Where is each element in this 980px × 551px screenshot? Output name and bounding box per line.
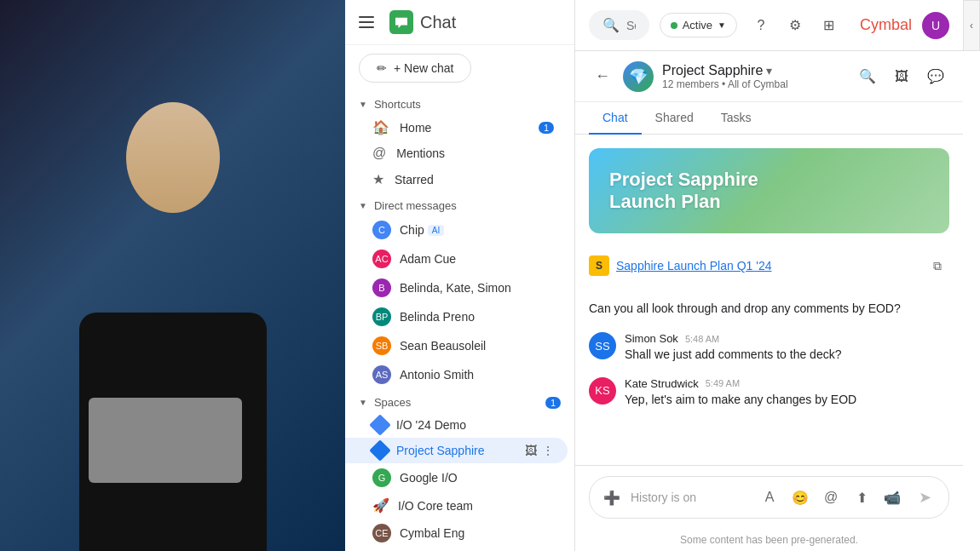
sidebar-item-antonio-smith[interactable]: AS Antonio Smith [345, 360, 568, 389]
format-icon: A [765, 490, 775, 505]
channel-dropdown-icon[interactable]: ▾ [766, 64, 772, 77]
format-icon-button[interactable]: A [758, 485, 781, 509]
messages-area: Project SapphireLaunch Plan S Sapphire L… [575, 135, 963, 465]
mentions-label: Mentions [396, 146, 445, 160]
antonio-smith-avatar: AS [372, 365, 391, 384]
adam-cue-label: Adam Cue [400, 252, 456, 266]
top-icons: ? ⚙ ⊞ [747, 12, 843, 39]
sidebar-item-belinda-preno[interactable]: BP Belinda Preno [345, 302, 568, 331]
pre-generated-note: Some content has been pre-generated. [575, 529, 963, 551]
sidebar-item-belinda-kate-simon[interactable]: B Belinda, Kate, Simon [345, 273, 568, 302]
shortcuts-section-header[interactable]: ▼ Shortcuts [345, 91, 574, 114]
project-sapphire-actions: 🖼 ⋮ [525, 444, 554, 457]
kate-time: 5:49 AM [706, 378, 740, 388]
add-icon-button[interactable]: ➕ [600, 485, 624, 509]
video-icon-button[interactable]: 📹 [880, 485, 904, 509]
ai-badge: AI [428, 225, 444, 236]
mention-icon-button[interactable]: @ [819, 485, 843, 509]
doc-link-text[interactable]: Sapphire Launch Plan Q1 '24 [616, 259, 771, 273]
collapse-toggle[interactable]: ‹ [963, 0, 980, 51]
new-chat-button[interactable]: ✏ + New chat [359, 54, 471, 83]
chat-logo-icon [389, 10, 413, 34]
status-label: Active [683, 19, 712, 32]
send-button[interactable]: ➤ [911, 484, 938, 511]
io-core-team-label: I/O Core team [398, 499, 473, 513]
apps-button[interactable]: ⊞ [816, 12, 843, 39]
tabs: Chat Shared Tasks [575, 102, 963, 135]
sapphire-more-icon[interactable]: ⋮ [542, 444, 554, 457]
tab-shared-label: Shared [655, 111, 694, 124]
sidebar-item-water-cooler[interactable]: W Water Cooler [345, 548, 568, 551]
google-io-label: Google I/O [400, 471, 458, 485]
menu-icon[interactable] [359, 12, 379, 32]
pre-generated-text: Some content has been pre-generated. [680, 534, 858, 546]
brand-logo: Cymbal [860, 16, 912, 34]
sidebar-item-starred[interactable]: ★ Starred [345, 166, 568, 192]
back-button[interactable]: ← [589, 63, 616, 90]
home-icon: 🏠 [372, 119, 389, 135]
simon-author: Simon Sok [625, 332, 678, 345]
app-section: Chat ✏ + New chat ▼ Shortcuts 🏠 [345, 0, 980, 551]
status-button[interactable]: Active ▼ [660, 13, 737, 37]
sidebar-item-adam-cue[interactable]: AC Adam Cue [345, 244, 568, 273]
message-row-simon: SS Simon Sok 5:48 AM Shall we just add c… [589, 332, 949, 364]
dm-label: Direct messages [374, 199, 457, 212]
grid-icon: ⊞ [823, 17, 834, 33]
upload-icon-button[interactable]: ⬆ [850, 485, 873, 509]
doc-card: Project SapphireLaunch Plan [589, 148, 949, 233]
sean-beausoleil-label: Sean Beausoleil [400, 339, 486, 353]
members-count: 12 members [662, 78, 719, 90]
belinda-preno-label: Belinda Preno [400, 310, 475, 324]
belinda-kate-simon-label: Belinda, Kate, Simon [400, 281, 511, 295]
help-icon: ? [758, 18, 765, 33]
channel-header: ← 💎 Project Sapphire ▾ 12 members • [575, 51, 963, 102]
chat-title-label: Chat [420, 13, 456, 32]
tab-tasks[interactable]: Tasks [707, 102, 765, 135]
doc-copy-button[interactable]: ⧉ [925, 254, 949, 278]
emoji-icon-button[interactable]: 😊 [788, 485, 812, 509]
simon-author-line: Simon Sok 5:48 AM [625, 332, 949, 345]
search-input[interactable] [626, 19, 636, 32]
tab-shared[interactable]: Shared [642, 102, 707, 135]
simon-message-content: Simon Sok 5:48 AM Shall we just add comm… [625, 332, 949, 364]
emoji-icon: 😊 [792, 490, 809, 506]
starred-icon: ★ [372, 171, 384, 187]
sidebar-item-home[interactable]: 🏠 Home 1 [345, 114, 568, 141]
search-in-channel-button[interactable]: 🔍 [854, 63, 881, 90]
kate-author-line: Kate Strudwick 5:49 AM [625, 377, 949, 390]
search-box[interactable]: 🔍 [589, 10, 649, 40]
home-badge: 1 [539, 122, 554, 134]
sidebar-item-io-2024-demo[interactable]: I/O '24 Demo [345, 412, 568, 438]
kate-avatar: KS [589, 377, 616, 405]
sidebar-item-google-io[interactable]: G Google I/O [345, 463, 568, 492]
help-button[interactable]: ? [747, 12, 775, 39]
doc-link-icon: S [589, 255, 609, 276]
add-icon: ➕ [603, 490, 620, 506]
channel-icon: 💎 [623, 61, 654, 92]
sidebar-item-cymbal-eng[interactable]: CE Cymbal Eng [345, 519, 568, 548]
settings-icon: ⚙ [789, 17, 801, 33]
doc-card-title: Project SapphireLaunch Plan [609, 169, 758, 213]
tab-chat[interactable]: Chat [589, 102, 642, 135]
channel-actions: 🔍 🖼 💬 [854, 63, 949, 90]
sidebar-item-project-sapphire[interactable]: Project Sapphire 🖼 ⋮ [345, 438, 568, 463]
chip-label: Chip [400, 223, 424, 237]
user-avatar[interactable]: U [922, 12, 949, 39]
sidebar-item-io-core-team[interactable]: 🚀 I/O Core team [345, 492, 568, 519]
sidebar-item-sean-beausoleil[interactable]: SB Sean Beausoleil [345, 331, 568, 360]
chat-options-button[interactable]: 💬 [922, 63, 949, 90]
channel-meta: 12 members • All of Cymbal [662, 78, 854, 90]
settings-button[interactable]: ⚙ [781, 12, 809, 39]
image-button[interactable]: 🖼 [888, 63, 915, 90]
sapphire-img-icon[interactable]: 🖼 [525, 444, 537, 457]
sidebar-item-chip[interactable]: C Chip AI [345, 215, 568, 244]
direct-messages-section-header[interactable]: ▼ Direct messages [345, 192, 574, 215]
sidebar-item-mentions[interactable]: @ Mentions [345, 141, 568, 166]
copy-icon: ⧉ [933, 259, 942, 273]
channel-info: Project Sapphire ▾ 12 members • All of C… [662, 63, 854, 90]
chat-options-icon: 💬 [927, 68, 944, 84]
mention-icon: @ [824, 490, 838, 505]
spaces-label: Spaces [374, 396, 411, 409]
spaces-section-header[interactable]: ▼ Spaces 1 [345, 389, 574, 412]
message-row-kate: KS Kate Strudwick 5:49 AM Yep, let's aim… [589, 377, 949, 409]
